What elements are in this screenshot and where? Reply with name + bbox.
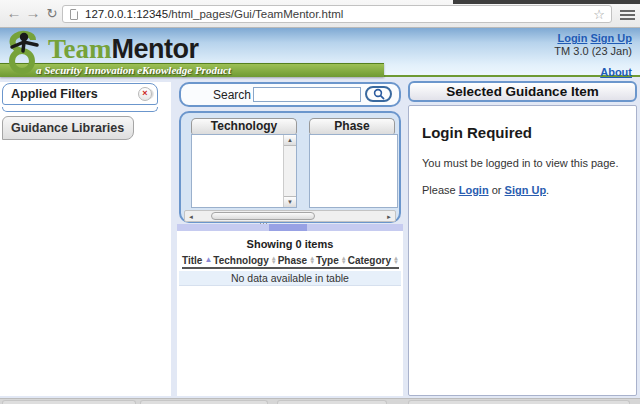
column-header-type[interactable]: Type ▲▼ xyxy=(316,255,347,266)
version-label: TM 3.0 (23 Jan) xyxy=(554,45,632,57)
scroll-right-icon[interactable]: ► xyxy=(384,213,394,221)
column-label: Type xyxy=(316,255,339,266)
url-host: 127.0.0.1:12345 xyxy=(85,8,168,20)
scroll-up-icon[interactable]: ▲ xyxy=(284,135,296,146)
tagline-ribbon: a Security Innovation eKnowledge Product xyxy=(0,63,384,77)
sort-both-icon: ▲▼ xyxy=(309,256,315,264)
results-scrollbar[interactable] xyxy=(177,224,403,231)
scrollbar-thumb[interactable] xyxy=(211,212,315,220)
url-path: /html_pages/Gui/TeamMentor.html xyxy=(168,8,343,20)
search-input[interactable] xyxy=(253,87,361,102)
search-button[interactable] xyxy=(365,86,392,102)
results-count: Showing 0 items xyxy=(177,238,403,250)
filters-horizontal-scrollbar[interactable]: ◄ ► xyxy=(184,210,396,222)
logo-team-text: Team xyxy=(48,34,112,64)
page-icon xyxy=(70,9,78,20)
url-text: 127.0.0.1:12345/html_pages/Gui/TeamMento… xyxy=(85,8,343,20)
tagline-text: a Security Innovation eKnowledge Product xyxy=(36,64,231,76)
guidance-libraries-header[interactable]: Guidance Libraries xyxy=(2,116,134,140)
phase-listbox[interactable] xyxy=(309,134,398,208)
applied-filters-body xyxy=(2,107,158,112)
sort-both-icon: ▲▼ xyxy=(341,256,347,264)
empty-table-message: No data available in table xyxy=(179,271,401,286)
search-icon xyxy=(373,88,385,100)
header-links: Login Sign Up TM 3.0 (23 Jan) About xyxy=(554,32,632,78)
logo-icon xyxy=(6,30,44,74)
login-message: You must be logged in to view this page. xyxy=(422,157,623,169)
column-header-phase[interactable]: Phase ▲▼ xyxy=(278,255,315,266)
column-label: Category xyxy=(348,255,391,266)
logo-wordmark: TeamMentor xyxy=(48,34,199,65)
scroll-left-icon[interactable]: ◄ xyxy=(186,213,196,221)
column-header-title[interactable]: Title ▲ xyxy=(182,255,212,266)
guidance-libraries-label: Guidance Libraries xyxy=(11,121,124,135)
technology-list-header[interactable]: Technology xyxy=(191,118,297,134)
sort-asc-icon: ▲ xyxy=(204,256,212,264)
column-header-category[interactable]: Category ▲▼ xyxy=(348,255,399,266)
close-icon: × xyxy=(139,88,151,99)
signup-link-content[interactable]: Sign Up xyxy=(505,184,547,196)
login-required-heading: Login Required xyxy=(422,124,623,141)
results-table: Showing 0 items Title ▲ Technology ▲▼ Ph… xyxy=(177,231,403,396)
logo-mentor-text: Mentor xyxy=(112,34,199,64)
phase-list-header[interactable]: Phase xyxy=(309,118,395,134)
signup-link[interactable]: Sign Up xyxy=(590,32,632,44)
forward-icon[interactable]: → xyxy=(25,4,41,21)
login-link[interactable]: Login xyxy=(557,32,587,44)
table-header-row: Title ▲ Technology ▲▼ Phase ▲▼ Type ▲▼ C… xyxy=(182,253,399,269)
applied-filters-panel: Applied Filters × xyxy=(2,83,158,105)
column-label: Phase xyxy=(278,255,307,266)
scroll-down-icon[interactable]: ▼ xyxy=(284,196,296,207)
clear-filters-button[interactable]: × xyxy=(138,87,152,101)
results-scrollbar-thumb[interactable] xyxy=(269,224,307,231)
reload-icon[interactable]: ↻ xyxy=(44,6,60,21)
tab-strip xyxy=(453,0,640,4)
guidance-content-panel: Login Required You must be logged in to … xyxy=(408,105,637,396)
sort-both-icon: ▲▼ xyxy=(393,256,399,264)
technology-listbox[interactable]: ▲ ▼ xyxy=(191,134,297,208)
sort-both-icon: ▲▼ xyxy=(271,256,277,264)
login-prompt: Please Login or Sign Up. xyxy=(422,184,623,196)
column-label: Technology xyxy=(213,255,268,266)
column-label: Title xyxy=(182,255,202,266)
search-label: Search xyxy=(213,88,251,102)
bookmark-star-icon[interactable]: ☆ xyxy=(593,7,605,22)
screen: ← → ↻ 127.0.0.1:12345/html_pages/Gui/Tea… xyxy=(0,0,640,404)
browser-toolbar: ← → ↻ 127.0.0.1:12345/html_pages/Gui/Tea… xyxy=(0,0,640,28)
search-panel: Search xyxy=(179,82,401,107)
address-bar[interactable]: 127.0.0.1:12345/html_pages/Gui/TeamMento… xyxy=(62,5,612,23)
applied-filters-title: Applied Filters xyxy=(11,87,98,101)
login-link-content[interactable]: Login xyxy=(459,184,489,196)
selected-guidance-title: Selected Guidance Item xyxy=(446,84,598,99)
technology-scrollbar[interactable]: ▲ ▼ xyxy=(283,135,296,207)
selected-guidance-header: Selected Guidance Item xyxy=(408,81,637,102)
back-icon[interactable]: ← xyxy=(6,4,22,21)
menu-icon[interactable] xyxy=(620,10,635,22)
about-link[interactable]: About xyxy=(600,66,632,78)
filter-lists-panel: Technology ▲ ▼ Phase ◄ ► xyxy=(179,111,401,223)
column-header-technology[interactable]: Technology ▲▼ xyxy=(213,255,276,266)
site-header: TeamMentor a Security Innovation eKnowle… xyxy=(0,28,640,77)
taskbar-edge xyxy=(0,398,640,404)
